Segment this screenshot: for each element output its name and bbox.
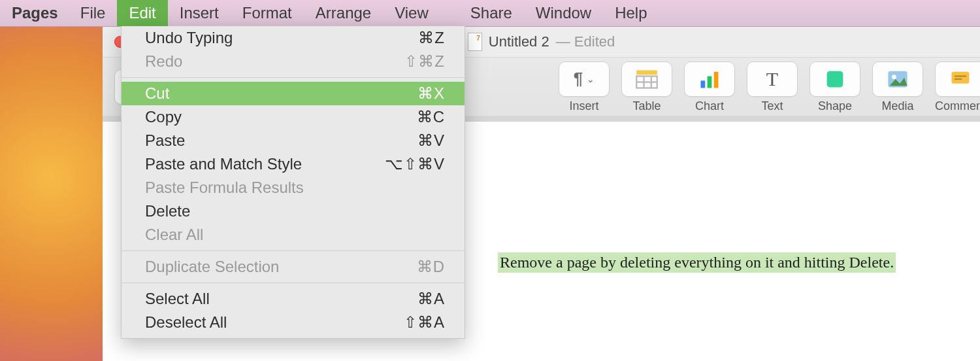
comment-tool[interactable]: Comment (935, 61, 980, 113)
document-icon (468, 33, 482, 51)
comment-icon (949, 67, 972, 91)
menu-window[interactable]: Window (524, 0, 603, 26)
media-button[interactable] (872, 61, 923, 97)
chart-label: Chart (695, 99, 724, 113)
shape-button[interactable] (809, 61, 860, 97)
menu-item-shortcut: ⌥⇧⌘V (385, 155, 445, 173)
document-edited-label: — Edited (556, 33, 615, 50)
menu-item-paste-match-style[interactable]: Paste and Match Style ⌥⇧⌘V (122, 152, 465, 176)
menu-item-undo[interactable]: Undo Typing ⌘Z (122, 26, 465, 50)
insert-button[interactable]: ¶ ⌄ (559, 61, 610, 97)
menu-item-shortcut: ⌘C (417, 108, 445, 126)
menu-item-paste[interactable]: Paste ⌘V (122, 129, 465, 152)
table-label: Table (632, 99, 661, 113)
menu-item-label: Paste Formula Results (145, 179, 304, 197)
toolbar-center-group: ¶ ⌄ Insert Table Chart T (559, 61, 980, 113)
svg-rect-9 (714, 71, 719, 88)
svg-point-12 (892, 75, 896, 79)
menu-item-shortcut: ⌘Z (418, 29, 445, 47)
menu-share[interactable]: Share (459, 0, 524, 26)
menu-item-label: Redo (145, 52, 182, 71)
menu-item-label: Undo Typing (145, 29, 233, 47)
window-title[interactable]: Untitled 2 — Edited (468, 33, 615, 51)
svg-rect-14 (955, 75, 966, 77)
menu-item-select-all[interactable]: Select All ⌘A (122, 287, 465, 311)
menu-separator (122, 283, 465, 283)
text-button[interactable]: T (747, 61, 798, 97)
shape-tool[interactable]: Shape (809, 61, 860, 113)
media-label: Media (881, 99, 913, 113)
text-tool[interactable]: T Text (747, 61, 798, 113)
table-button[interactable] (621, 61, 672, 97)
menu-item-shortcut: ⌘V (417, 131, 445, 150)
media-tool[interactable]: Media (872, 61, 923, 113)
shape-label: Shape (818, 99, 852, 113)
menu-insert[interactable]: Insert (168, 0, 231, 26)
menu-item-deselect-all[interactable]: Deselect All ⇧⌘A (122, 311, 465, 334)
comment-button[interactable] (935, 61, 980, 97)
menu-separator (122, 250, 465, 251)
menu-item-paste-formula-results[interactable]: Paste Formula Results (122, 176, 465, 199)
svg-rect-7 (701, 80, 706, 88)
text-icon: T (766, 68, 778, 90)
app-name[interactable]: Pages (9, 4, 69, 22)
menu-edit[interactable]: Edit (117, 0, 167, 26)
menu-format[interactable]: Format (231, 0, 304, 26)
menu-item-label: Select All (145, 290, 210, 308)
menu-item-label: Paste (145, 131, 185, 150)
menu-arrange[interactable]: Arrange (304, 0, 383, 26)
media-icon (886, 67, 909, 91)
chart-button[interactable] (684, 61, 735, 97)
menu-item-cut[interactable]: Cut ⌘X (122, 82, 465, 105)
shape-icon (823, 67, 847, 91)
svg-rect-15 (955, 78, 962, 79)
menu-item-copy[interactable]: Copy ⌘C (122, 105, 465, 129)
text-label: Text (761, 99, 783, 113)
table-icon (635, 67, 659, 91)
comment-label: Comment (935, 99, 980, 113)
pilcrow-icon: ¶ (574, 69, 583, 89)
menu-item-shortcut: ⌘D (417, 258, 445, 276)
menu-item-delete[interactable]: Delete (122, 199, 465, 223)
document-name: Untitled 2 (489, 33, 549, 50)
edit-menu-panel: Undo Typing ⌘Z Redo ⇧⌘Z Cut ⌘X Copy ⌘C P… (121, 26, 465, 339)
menu-item-label: Cut (145, 84, 169, 103)
menu-item-redo[interactable]: Redo ⇧⌘Z (122, 50, 465, 73)
chevron-down-icon: ⌄ (587, 74, 595, 84)
menu-help[interactable]: Help (603, 0, 659, 26)
insert-tool[interactable]: ¶ ⌄ Insert (559, 61, 610, 113)
menu-item-label: Paste and Match Style (145, 155, 302, 173)
menu-item-shortcut: ⇧⌘A (404, 313, 445, 332)
menu-item-shortcut: ⇧⌘Z (404, 52, 445, 71)
svg-rect-2 (636, 70, 657, 75)
menu-file[interactable]: File (69, 0, 118, 26)
table-tool[interactable]: Table (621, 61, 672, 113)
chart-icon (698, 67, 721, 91)
svg-rect-13 (952, 71, 970, 83)
insert-label: Insert (569, 99, 598, 113)
menu-item-shortcut: ⌘A (417, 290, 445, 308)
menu-item-label: Clear All (145, 226, 203, 244)
svg-rect-10 (827, 71, 843, 87)
svg-rect-8 (708, 76, 712, 88)
menu-separator (122, 77, 465, 78)
menu-item-duplicate-selection[interactable]: Duplicate Selection ⌘D (122, 255, 465, 279)
menu-view[interactable]: View (383, 0, 440, 26)
menu-item-shortcut: ⌘X (417, 84, 445, 103)
desktop-wallpaper (0, 26, 103, 361)
chart-tool[interactable]: Chart (684, 61, 735, 113)
menubar: Pages File Edit Insert Format Arrange Vi… (0, 0, 980, 27)
menu-item-label: Deselect All (145, 313, 227, 332)
menu-item-label: Copy (145, 108, 182, 126)
menu-item-label: Delete (145, 202, 190, 220)
menu-item-clear-all[interactable]: Clear All (122, 223, 465, 247)
menu-item-label: Duplicate Selection (145, 258, 279, 276)
selected-body-text[interactable]: Remove a page by deleting everything on … (498, 252, 896, 273)
